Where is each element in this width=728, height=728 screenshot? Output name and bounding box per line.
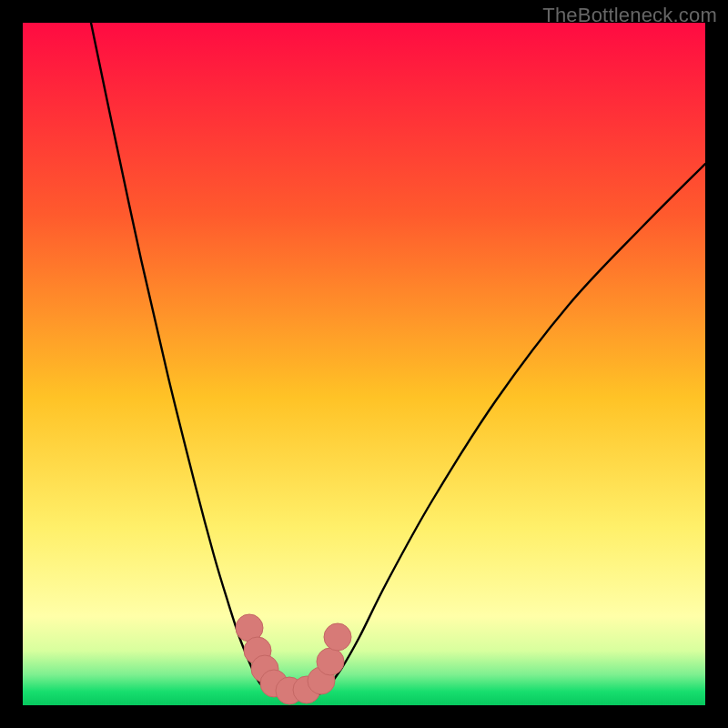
chart-frame: TheBottleneck.com [0, 0, 728, 728]
plot-area [23, 23, 705, 705]
watermark-text: TheBottleneck.com [542, 4, 717, 27]
gradient-bg [23, 23, 705, 705]
curve-marker [317, 648, 344, 675]
curve-marker [324, 623, 351, 651]
chart-svg [23, 23, 705, 705]
